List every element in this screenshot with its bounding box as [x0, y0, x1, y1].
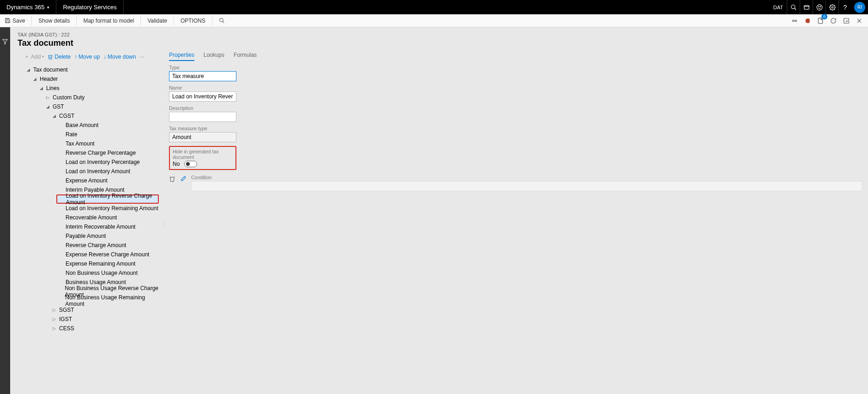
delete-condition-button[interactable] — [169, 176, 175, 182]
caret-icon: ◢ — [45, 104, 50, 109]
command-bar: Save Show details Map format to model Va… — [0, 14, 868, 27]
caret-icon: ▷ — [45, 95, 50, 100]
tree-node-leaf[interactable]: ▷Reverse Charge Percentage — [56, 148, 159, 158]
tree-node-label: Tax Amount — [66, 140, 95, 147]
app-body: TAX (INDIA GST) : 222 Tax document ＋Add▾… — [0, 27, 868, 394]
tree-node-leaf[interactable]: ▷Load on Inventory Amount — [56, 167, 159, 176]
tab-lookups[interactable]: Lookups — [204, 52, 224, 61]
svg-point-13 — [795, 20, 797, 22]
tree-node-leaf[interactable]: ▷Reverse Charge Amount — [56, 241, 159, 250]
tree-node-root[interactable]: ◢Tax document — [24, 65, 159, 74]
caret-icon: ◢ — [39, 86, 43, 91]
smile-icon[interactable] — [813, 0, 826, 14]
validate-button[interactable]: Validate — [143, 14, 171, 27]
tree-node-leaf[interactable]: ▷Load on Inventory Reverse Charge Amount — [56, 194, 159, 204]
tree-node-label: Rate — [66, 131, 77, 138]
module-label[interactable]: Regulatory Services — [56, 0, 123, 14]
splitter-handle[interactable]: ⋮ — [163, 222, 164, 229]
svg-point-0 — [791, 5, 795, 8]
add-button[interactable]: ＋Add▾ — [24, 53, 44, 61]
tree-node-leaf[interactable]: ▷Rate — [56, 130, 159, 139]
filter-rail[interactable] — [0, 27, 10, 394]
svg-rect-15 — [844, 18, 849, 23]
find-button[interactable] — [214, 14, 229, 27]
search-icon — [219, 18, 225, 24]
tab-formulas[interactable]: Formulas — [234, 52, 257, 61]
tree-node-label: Base Amount — [66, 122, 98, 128]
office-icon[interactable] — [804, 18, 811, 24]
more-actions[interactable]: ··· — [139, 54, 144, 60]
popout-icon[interactable] — [843, 18, 850, 24]
caret-icon: ▷ — [52, 317, 56, 321]
svg-rect-9 — [6, 18, 8, 20]
tree-node-leaf[interactable]: ▷Load on Inventory Remaining Amount — [56, 204, 159, 213]
edit-condition-button[interactable] — [180, 176, 187, 182]
refresh-icon[interactable] — [830, 18, 837, 24]
top-nav-left: Dynamics 365 ▾ Regulatory Services — [0, 0, 124, 14]
tree-node-label: Non Business Usage Remaining Amount — [65, 294, 159, 307]
tree-node-leaf[interactable]: ▷Interim Recoverable Amount — [56, 222, 159, 231]
detail-column: ⋮ Properties Lookups Formulas Type Tax m… — [163, 50, 868, 394]
close-icon[interactable] — [856, 18, 862, 24]
options-button[interactable]: OPTIONS — [176, 14, 210, 27]
tree-node-leaf[interactable]: ▷Recoverable Amount — [56, 213, 159, 222]
tree-node-leaf[interactable]: ▷Payable Amount — [56, 231, 159, 241]
tree-node-custom-duty[interactable]: ▷Custom Duty — [43, 93, 159, 102]
condition-input[interactable] — [191, 181, 862, 191]
notifications-button[interactable]: 0 — [817, 18, 824, 24]
tree-node-leaf[interactable]: ▷Tax Amount — [56, 139, 159, 148]
svg-point-6 — [820, 6, 820, 6]
tree-node-label: Load on Inventory Percentage — [66, 159, 140, 165]
tab-properties[interactable]: Properties — [169, 52, 194, 61]
trash-icon — [48, 54, 53, 60]
pencil-icon — [180, 176, 187, 182]
messages-icon[interactable] — [800, 0, 813, 14]
field-measure-type: Tax measure type Amount — [169, 126, 862, 142]
avatar[interactable]: RI — [854, 2, 865, 13]
tree-node-leaf[interactable]: ▷Expense Remaining Amount — [56, 259, 159, 268]
search-icon[interactable] — [787, 0, 800, 14]
tree-node-lines[interactable]: ◢Lines — [37, 84, 159, 93]
tree-node-label: Payable Amount — [66, 233, 106, 239]
tree-node-leaf[interactable]: ▷Load on Inventory Percentage — [56, 158, 159, 167]
field-desc-label: Description — [169, 105, 862, 111]
tree-node-leaf[interactable]: ▷Non Business Usage Remaining Amount — [56, 296, 159, 305]
main-columns: ＋Add▾ Delete ↑Move up ↓Move down ··· ◢Ta… — [10, 50, 868, 394]
tree-node-header[interactable]: ◢Header — [30, 74, 159, 84]
tree-column: ＋Add▾ Delete ↑Move up ↓Move down ··· ◢Ta… — [10, 50, 163, 394]
tree-node-label: Expense Reverse Charge Amount — [66, 251, 149, 258]
link-icon[interactable] — [791, 18, 798, 24]
help-icon[interactable]: ? — [838, 0, 851, 14]
tree-node-cess[interactable]: ▷CESS — [50, 324, 159, 333]
tree-node-label: Reverse Charge Percentage — [66, 150, 136, 156]
move-down-button[interactable]: ↓Move down — [103, 54, 136, 60]
company-picker[interactable]: DAT — [770, 0, 787, 14]
tree-node-igst[interactable]: ▷IGST — [50, 315, 159, 324]
description-input[interactable] — [169, 112, 236, 122]
page-title: Tax document — [18, 38, 861, 48]
brand-dropdown[interactable]: Dynamics 365 ▾ — [0, 0, 56, 14]
tree-node-leaf[interactable]: ▷Expense Reverse Charge Amount — [56, 250, 159, 259]
svg-line-1 — [794, 8, 796, 10]
map-format-button[interactable]: Map format to model — [78, 14, 139, 27]
field-type: Type Tax measure — [169, 65, 862, 81]
tree-node-leaf[interactable]: ▷Expense Amount — [56, 176, 159, 185]
tree-node-cgst[interactable]: ◢CGST — [50, 111, 159, 121]
name-input[interactable]: Load on Inventory Reverse Char... — [169, 91, 236, 102]
delete-button[interactable]: Delete — [48, 54, 71, 60]
hide-toggle[interactable] — [184, 161, 197, 167]
tree-node-leaf[interactable]: ▷Base Amount — [56, 121, 159, 130]
save-button[interactable]: Save — [0, 14, 30, 27]
caret-icon: ◢ — [32, 77, 37, 81]
show-details-button[interactable]: Show details — [34, 14, 74, 27]
tree-node-leaf[interactable]: ▷Non Business Usage Amount — [56, 268, 159, 278]
caret-icon: ▷ — [52, 326, 56, 331]
tree-actions: ＋Add▾ Delete ↑Move up ↓Move down ··· — [24, 50, 159, 65]
type-combo[interactable]: Tax measure — [169, 71, 236, 81]
field-name-label: Name — [169, 85, 862, 91]
condition-field: Condition — [191, 175, 862, 191]
gear-icon[interactable] — [826, 0, 838, 14]
measure-type-input[interactable]: Amount — [169, 132, 236, 142]
move-up-button[interactable]: ↑Move up — [74, 54, 100, 60]
tree-node-gst[interactable]: ◢GST — [43, 102, 159, 111]
